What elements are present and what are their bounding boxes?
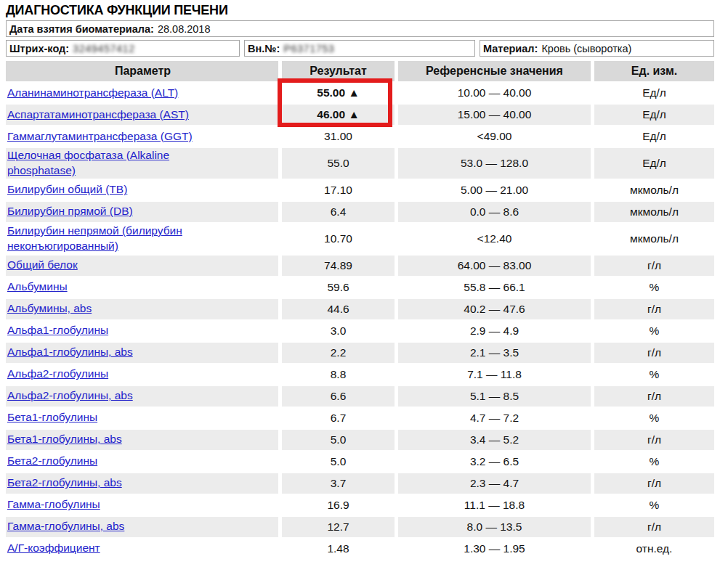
parameter-cell: А/Г-коэффициент (6, 539, 278, 559)
parameter-link[interactable]: Бета2-глобулины, abs (7, 475, 122, 491)
parameter-cell: Бета1-глобулины, abs (6, 430, 278, 450)
table-row: Альфа2-глобулины 8.8 7.1 — 11.8 % (6, 364, 714, 385)
reference-range-cell: 55.8 — 66.1 (398, 277, 591, 298)
parameter-cell: Аспартатаминотрансфераза (AST) (6, 105, 278, 125)
result-cell: 74.89 (282, 256, 395, 276)
unit-cell: г/л (594, 430, 714, 450)
parameter-link[interactable]: Гамма-глобулины (7, 497, 100, 513)
parameter-cell: Общий белок (6, 256, 278, 276)
unit-cell: г/л (594, 343, 714, 363)
table-row: Альфа1-глобулины 3.0 2.9 — 4.9 % (6, 321, 714, 341)
parameter-cell: Билирубин прямой (DB) (6, 202, 278, 222)
result-cell: 10.70 (282, 224, 395, 254)
parameter-cell: Альбумины (6, 277, 278, 298)
table-row: Общий белок 74.89 64.00 — 83.00 г/л (6, 256, 714, 276)
parameter-link[interactable]: Билирубин непрямой (билирубин неконъюгир… (7, 224, 182, 254)
unit-cell: % (594, 452, 714, 472)
reference-range-cell: 2.3 — 4.7 (398, 473, 591, 494)
unit-cell: мкмоль/л (594, 180, 714, 200)
parameter-link[interactable]: Альбумины, abs (7, 301, 92, 317)
reference-range-cell: 5.00 — 21.00 (398, 180, 591, 200)
unit-cell: мкмоль/л (594, 224, 714, 254)
parameter-link[interactable]: Альфа2-глобулины (7, 367, 108, 382)
barcode-value-redacted: 3249457412 (73, 43, 135, 54)
reference-range-cell: 8.0 — 13.5 (398, 517, 591, 537)
table-row: А/Г-коэффициент 1.48 1.30 — 1.95 отн.ед. (6, 539, 714, 559)
reference-range-cell: 3.4 — 5.2 (398, 430, 591, 450)
unit-cell: г/л (594, 517, 714, 537)
reference-range-cell: 64.00 — 83.00 (398, 256, 591, 276)
internal-number-box: Вн.№: Р6371753 (244, 40, 475, 57)
biomaterial-date-label: Дата взятия биоматериала: (9, 23, 154, 35)
reference-range-cell: 2.1 — 3.5 (398, 343, 591, 363)
reference-range-cell: 4.7 — 7.2 (398, 408, 591, 428)
result-cell: 16.9 (282, 495, 395, 515)
reference-range-cell: 3.2 — 6.5 (398, 452, 591, 472)
table-row: Билирубин непрямой (билирубин неконъюгир… (6, 224, 714, 254)
unit-cell: Ед/л (594, 83, 714, 103)
internal-number-label: Вн.№: (248, 43, 280, 54)
reference-range-cell: 1.30 — 1.95 (398, 539, 591, 559)
table-row: Альфа2-глобулины, abs 6.6 5.1 — 8.5 г/л (6, 386, 714, 407)
lab-report-page: ДИАГНОСТИКА ФУНКЦИИ ПЕЧЕНИ Дата взятия б… (6, 0, 714, 560)
parameter-cell: Аланинаминотрансфераза (ALT) (6, 83, 278, 103)
parameter-link[interactable]: Бета1-глобулины (7, 410, 97, 425)
parameter-cell: Бета1-глобулины (6, 408, 278, 428)
parameter-link[interactable]: Аспартатаминотрансфераза (AST) (7, 107, 189, 123)
unit-cell: г/л (594, 299, 714, 319)
unit-cell: отн.ед. (594, 539, 714, 559)
unit-cell: Ед/л (594, 148, 714, 179)
parameter-cell: Билирубин непрямой (билирубин неконъюгир… (6, 224, 278, 254)
table-row: Бета2-глобулины, abs 3.7 2.3 — 4.7 г/л (6, 473, 714, 494)
parameter-link[interactable]: Альфа1-глобулины (7, 323, 108, 338)
biomaterial-date-value: 28.08.2018 (158, 23, 211, 35)
table-row: Гаммаглутаминтрансфераза (GGT) 31.00 <49… (6, 126, 714, 147)
table-row: Альбумины, abs 44.6 40.2 — 47.6 г/л (6, 299, 714, 319)
material-box: Материал: Кровь (сыворотка) (480, 40, 714, 57)
identifiers-row: Штрих-код: 3249457412 Вн.№: Р6371753 Мат… (6, 40, 714, 57)
result-cell: 12.7 (282, 517, 395, 537)
parameter-cell: Гамма-глобулины, abs (6, 517, 278, 537)
page-title: ДИАГНОСТИКА ФУНКЦИИ ПЕЧЕНИ (6, 0, 714, 19)
table-row: Билирубин прямой (DB) 6.4 0.0 — 8.6 мкмо… (6, 202, 714, 222)
result-cell: 8.8 (282, 364, 395, 385)
parameter-link[interactable]: Альфа1-глобулины, abs (7, 345, 133, 360)
parameter-link[interactable]: Альфа2-глобулины, abs (7, 388, 133, 404)
result-cell: 3.7 (282, 473, 395, 494)
unit-cell: % (594, 364, 714, 385)
parameter-link[interactable]: Гамма-глобулины, abs (7, 519, 124, 534)
result-cell: 59.6 (282, 277, 395, 298)
parameter-link[interactable]: Аланинаминотрансфераза (ALT) (7, 86, 178, 101)
table-row: Альбумины 59.6 55.8 — 66.1 % (6, 277, 714, 298)
reference-range-cell: 5.1 — 8.5 (398, 386, 591, 407)
parameter-link[interactable]: Билирубин общий (TB) (7, 182, 127, 197)
parameter-link[interactable]: Бета2-глобулины (7, 454, 97, 469)
table-row: Бета1-глобулины, abs 5.0 3.4 — 5.2 г/л (6, 430, 714, 450)
parameter-cell: Бета2-глобулины (6, 452, 278, 472)
table-row: Аспартатаминотрансфераза (AST) 46.00 ▲ 1… (6, 105, 714, 125)
parameter-link[interactable]: Щелочная фосфатаза (Alkaline phosphatase… (7, 148, 169, 179)
result-cell: 55.0 (282, 148, 395, 179)
reference-range-cell: 40.2 — 47.6 (398, 299, 591, 319)
parameter-link[interactable]: Гаммаглутаминтрансфераза (GGT) (7, 129, 193, 144)
parameter-link[interactable]: Бета1-глобулины, abs (7, 432, 122, 447)
unit-cell: Ед/л (594, 126, 714, 147)
parameter-link[interactable]: А/Г-коэффициент (7, 541, 100, 556)
table-row: Альфа1-глобулины, abs 2.2 2.1 — 3.5 г/л (6, 343, 714, 363)
reference-range-cell: 53.0 — 128.0 (398, 148, 591, 179)
parameter-link[interactable]: Альбумины (7, 279, 68, 295)
parameter-cell: Щелочная фосфатаза (Alkaline phosphatase… (6, 148, 278, 179)
parameter-link[interactable]: Билирубин прямой (DB) (7, 204, 133, 219)
parameter-cell: Альфа1-глобулины (6, 321, 278, 341)
unit-cell: % (594, 321, 714, 341)
parameter-link[interactable]: Общий белок (7, 258, 78, 273)
result-cell: 17.10 (282, 180, 395, 200)
column-header-parameter: Параметр (6, 61, 278, 81)
result-cell: 5.0 (282, 430, 395, 450)
result-cell: 6.4 (282, 202, 395, 222)
result-cell: 6.6 (282, 386, 395, 407)
parameter-cell: Альфа2-глобулины, abs (6, 386, 278, 407)
reference-range-cell: 11.1 — 18.8 (398, 495, 591, 515)
reference-range-cell: 10.00 — 40.00 (398, 83, 591, 103)
result-cell: 6.7 (282, 408, 395, 428)
